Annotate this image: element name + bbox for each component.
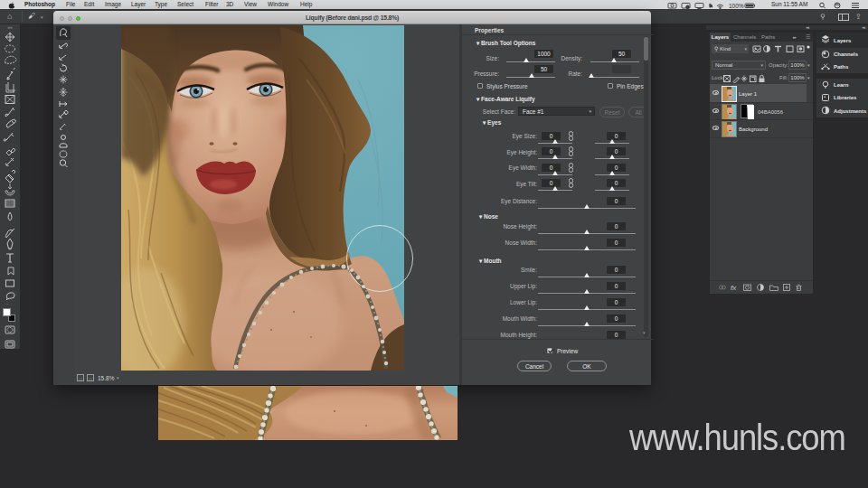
svg-text:fx: fx [731, 284, 737, 292]
svg-text:100%: 100% [729, 3, 744, 9]
